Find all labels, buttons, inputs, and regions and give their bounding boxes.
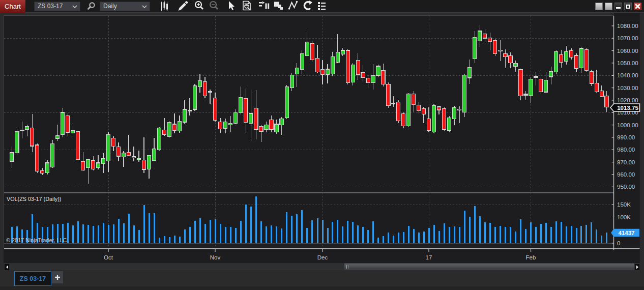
svg-text:Oct: Oct — [104, 254, 113, 260]
svg-text:1050.00: 1050.00 — [617, 60, 638, 66]
svg-text:1013.75: 1013.75 — [617, 105, 638, 111]
svg-text:980.00: 980.00 — [617, 147, 635, 153]
svg-text:100K: 100K — [617, 214, 631, 220]
svg-text:Feb: Feb — [526, 254, 536, 260]
svg-text:© 2017 NinjaTrader, LLC: © 2017 NinjaTrader, LLC — [6, 237, 67, 243]
svg-text:VOL(ZS 03-17 (Daily)): VOL(ZS 03-17 (Daily)) — [7, 196, 61, 202]
svg-text:150K: 150K — [617, 201, 631, 208]
svg-text:1020.00: 1020.00 — [617, 97, 638, 103]
svg-text:960.00: 960.00 — [617, 171, 635, 178]
svg-text:950.00: 950.00 — [617, 184, 635, 190]
svg-text:1080.00: 1080.00 — [617, 23, 638, 29]
svg-text:1040.00: 1040.00 — [617, 72, 638, 78]
svg-text:0: 0 — [617, 240, 620, 246]
svg-text:1060.00: 1060.00 — [617, 48, 638, 54]
svg-text:970.00: 970.00 — [617, 159, 635, 165]
svg-text:17: 17 — [426, 254, 432, 260]
svg-text:1000.00: 1000.00 — [617, 122, 638, 128]
svg-text:Nov: Nov — [210, 254, 221, 260]
svg-text:990.00: 990.00 — [617, 134, 635, 140]
svg-text:41437: 41437 — [619, 230, 635, 236]
svg-text:1070.00: 1070.00 — [617, 35, 638, 41]
svg-text:1030.00: 1030.00 — [617, 85, 638, 91]
svg-text:Dec: Dec — [317, 254, 328, 260]
